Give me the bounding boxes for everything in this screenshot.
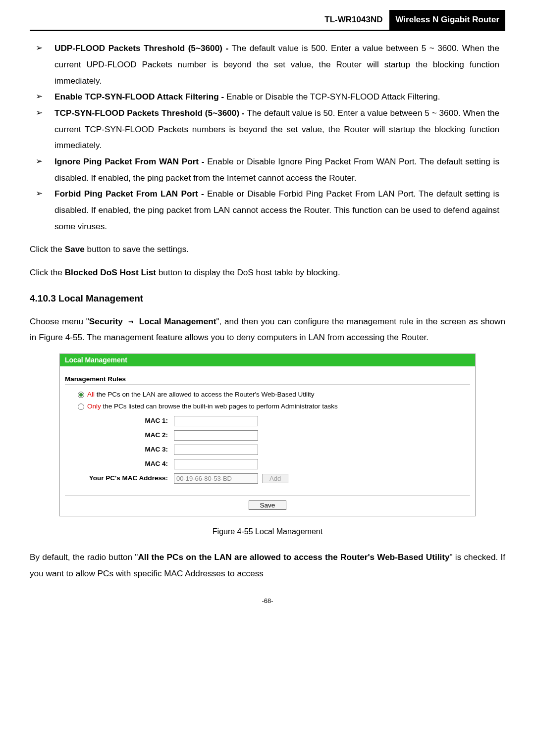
mac2-input[interactable] [174, 430, 258, 441]
radio-icon [78, 392, 84, 398]
bullet-text: TCP-SYN-FLOOD Packets Threshold (5~3600)… [54, 105, 499, 153]
model-number: TL-WR1043ND [324, 12, 389, 28]
mac3-input[interactable] [174, 445, 258, 455]
ending-paragraph: By default, the radio button "All the PC… [30, 549, 505, 581]
radio-icon [78, 403, 84, 410]
mac2-row: MAC 2: [65, 428, 470, 443]
bullet-arrow-icon: ➢ [36, 153, 54, 186]
save-button[interactable]: Save [249, 501, 287, 510]
choose-menu-paragraph: Choose menu "Security → Local Management… [30, 313, 505, 346]
blocked-list-instruction: Click the Blocked DoS Host List button t… [30, 264, 505, 281]
save-instruction: Click the Save button to save the settin… [30, 241, 505, 257]
list-item: ➢ Ignore Ping Packet From WAN Port - Ena… [36, 153, 499, 186]
page-header: TL-WR1043ND Wireless N Gigabit Router [30, 10, 505, 31]
list-item: ➢ Enable TCP-SYN-FLOOD Attack Filtering … [36, 89, 499, 105]
list-item: ➢ UDP-FLOOD Packets Threshold (5~3600) -… [36, 40, 499, 89]
bullet-arrow-icon: ➢ [36, 105, 54, 153]
mac4-label: MAC 4: [65, 460, 174, 468]
mac2-label: MAC 2: [65, 431, 174, 439]
bullet-arrow-icon: ➢ [36, 40, 54, 89]
mac3-label: MAC 3: [65, 446, 174, 454]
radio-option-only[interactable]: Only the PCs listed can browse the built… [65, 402, 470, 413]
radio-label-all: All the PCs on the LAN are allowed to ac… [87, 391, 315, 399]
add-button: Add [262, 474, 288, 483]
page-number: -68- [30, 595, 505, 607]
mac1-label: MAC 1: [65, 417, 174, 425]
product-badge: Wireless N Gigabit Router [389, 10, 505, 30]
figure-divider [65, 489, 470, 496]
management-rules-label: Management Rules [65, 370, 470, 385]
mac4-input[interactable] [174, 459, 258, 469]
section-heading: 4.10.3 Local Management [30, 290, 505, 307]
bullet-text: UDP-FLOOD Packets Threshold (5~3600) - T… [54, 40, 499, 89]
figure-caption: Figure 4-55 Local Management [30, 524, 505, 539]
your-pc-mac-label: Your PC's MAC Address: [65, 474, 174, 482]
your-pc-mac-row: Your PC's MAC Address: Add [65, 471, 470, 486]
figure-title-bar: Local Management [60, 354, 475, 366]
list-item: ➢ TCP-SYN-FLOOD Packets Threshold (5~360… [36, 105, 499, 153]
mac4-row: MAC 4: [65, 457, 470, 471]
mac1-row: MAC 1: [65, 414, 470, 428]
bullet-text: Forbid Ping Packet From LAN Port - Enabl… [54, 186, 499, 234]
radio-option-all[interactable]: All the PCs on the LAN are allowed to ac… [65, 390, 470, 402]
your-pc-mac-input [174, 473, 258, 484]
mac1-input[interactable] [174, 416, 258, 426]
local-management-figure: Local Management Management Rules All th… [59, 353, 476, 516]
list-item: ➢ Forbid Ping Packet From LAN Port - Ena… [36, 186, 499, 234]
mac3-row: MAC 3: [65, 443, 470, 457]
bullet-text: Enable TCP-SYN-FLOOD Attack Filtering - … [54, 89, 499, 105]
bullet-arrow-icon: ➢ [36, 89, 54, 105]
bullet-list: ➢ UDP-FLOOD Packets Threshold (5~3600) -… [36, 40, 499, 234]
bullet-text: Ignore Ping Packet From WAN Port - Enabl… [54, 153, 499, 186]
radio-label-only: Only the PCs listed can browse the built… [87, 403, 338, 410]
bullet-arrow-icon: ➢ [36, 186, 54, 234]
